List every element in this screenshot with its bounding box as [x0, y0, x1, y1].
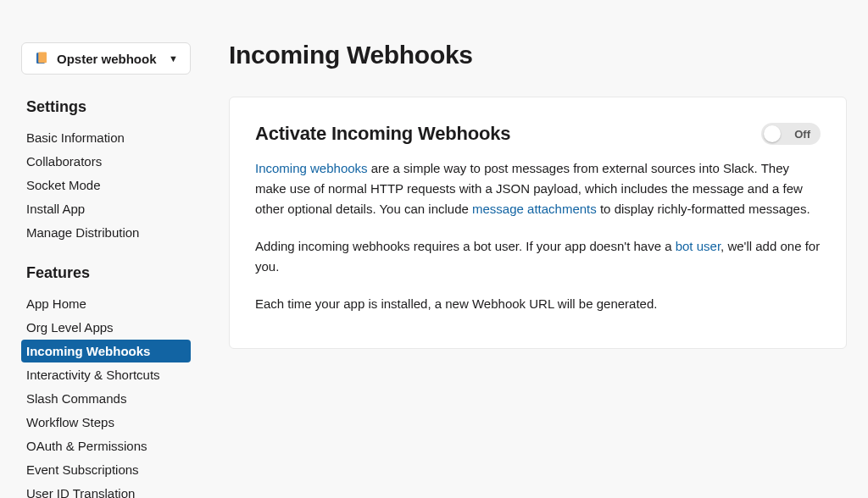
description-paragraph-3: Each time your app is installed, a new W…	[255, 294, 821, 314]
message-attachments-link[interactable]: message attachments	[472, 202, 597, 216]
description-paragraph-2: Adding incoming webhooks requires a bot …	[255, 236, 821, 277]
card-title: Activate Incoming Webhooks	[255, 123, 510, 145]
incoming-webhooks-link[interactable]: Incoming webhooks	[255, 161, 368, 175]
sidebar-item-install-app[interactable]: Install App	[21, 197, 191, 220]
sidebar-item-manage-distribution[interactable]: Manage Distribution	[21, 221, 191, 244]
sidebar-item-socket-mode[interactable]: Socket Mode	[21, 174, 191, 196]
sidebar-item-oauth-permissions[interactable]: OAuth & Permissions	[21, 434, 191, 457]
sidebar-item-interactivity-shortcuts[interactable]: Interactivity & Shortcuts	[21, 363, 191, 386]
card-header: Activate Incoming Webhooks Off	[255, 123, 821, 145]
text-fragment: to display richly-formatted messages.	[597, 202, 810, 216]
sidebar-item-event-subscriptions[interactable]: Event Subscriptions	[21, 458, 191, 481]
toggle-knob	[764, 125, 781, 142]
nav-group-features: Features App Home Org Level Apps Incomin…	[21, 264, 191, 498]
svg-rect-1	[38, 53, 47, 64]
page-title: Incoming Webhooks	[229, 41, 847, 69]
sidebar-item-collaborators[interactable]: Collaborators	[21, 150, 191, 173]
text-fragment: Adding incoming webhooks requires a bot …	[255, 239, 676, 253]
sidebar: Opster webhook ▼ Settings Basic Informat…	[0, 42, 191, 498]
sidebar-item-slash-commands[interactable]: Slash Commands	[21, 387, 191, 410]
sidebar-item-user-id-translation[interactable]: User ID Translation	[21, 482, 191, 498]
sidebar-item-incoming-webhooks[interactable]: Incoming Webhooks	[21, 340, 191, 362]
sidebar-item-org-level-apps[interactable]: Org Level Apps	[21, 316, 191, 339]
app-selector-dropdown[interactable]: Opster webhook ▼	[21, 42, 191, 75]
activate-webhooks-card: Activate Incoming Webhooks Off Incoming …	[229, 97, 847, 349]
toggle-label: Off	[794, 128, 810, 141]
sidebar-item-app-home[interactable]: App Home	[21, 292, 191, 315]
nav-heading-features: Features	[21, 264, 191, 282]
nav-group-settings: Settings Basic Information Collaborators…	[21, 98, 191, 244]
app-name: Opster webhook	[57, 52, 161, 66]
main-content: Incoming Webhooks Activate Incoming Webh…	[191, 42, 868, 498]
nav-heading-settings: Settings	[21, 98, 191, 116]
bot-user-link[interactable]: bot user	[676, 239, 721, 253]
activate-toggle[interactable]: Off	[761, 123, 821, 145]
sidebar-item-workflow-steps[interactable]: Workflow Steps	[21, 411, 191, 434]
chevron-down-icon: ▼	[169, 53, 178, 64]
description-paragraph-1: Incoming webhooks are a simple way to po…	[255, 158, 821, 219]
app-icon	[34, 51, 49, 66]
sidebar-item-basic-information[interactable]: Basic Information	[21, 126, 191, 149]
